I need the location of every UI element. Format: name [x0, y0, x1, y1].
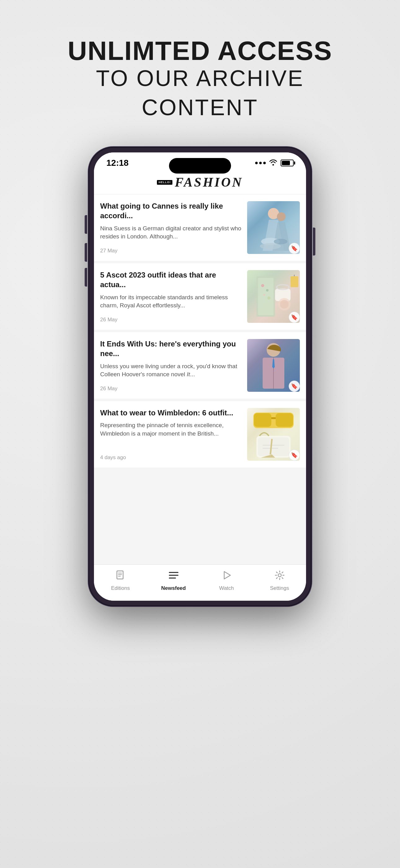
svg-point-1: [277, 212, 286, 221]
play-icon: [221, 570, 232, 583]
nav-label-editions: Editions: [111, 585, 130, 591]
article-date-2: 26 May: [100, 317, 242, 323]
article-excerpt-2: Known for its impeccable standards and t…: [100, 293, 242, 313]
status-icons: [255, 159, 294, 167]
articles-feed: What going to Cannes is really like acco…: [94, 194, 306, 564]
svg-point-8: [266, 289, 269, 291]
bookmark-button-3[interactable]: 🔖: [289, 381, 300, 392]
nav-item-settings[interactable]: Settings: [264, 570, 295, 591]
svg-point-7: [261, 284, 264, 287]
article-excerpt: Nina Suess is a German digital creator a…: [100, 224, 242, 244]
svg-rect-25: [271, 417, 276, 419]
signal-dots: [255, 162, 266, 164]
svg-rect-6: [258, 278, 273, 315]
headline-line3: CONTENT: [68, 93, 332, 122]
nav-item-watch[interactable]: Watch: [211, 570, 242, 591]
bottom-nav: Editions Newsfeed: [94, 564, 306, 601]
headline-line1: UNLIMTED ACCESS: [68, 37, 332, 64]
book-icon: [115, 570, 126, 583]
app-logo: HELLO! FASHION: [157, 175, 243, 190]
bookmark-button-1[interactable]: 🔖: [289, 243, 300, 254]
article-title-2: 5 Ascot 2023 outfit ideas that are actua…: [100, 270, 242, 289]
svg-point-14: [280, 300, 289, 309]
phone-frame: 12:18: [88, 147, 312, 606]
battery-icon: [280, 160, 294, 166]
svg-rect-27: [258, 437, 289, 456]
nav-label-newsfeed: Newsfeed: [161, 585, 186, 591]
article-excerpt-3: Unless you were living under a rock, you…: [100, 362, 242, 381]
article-card-ascot[interactable]: 5 Ascot 2023 outfit ideas that are actua…: [94, 263, 306, 330]
article-text-2: 5 Ascot 2023 outfit ideas that are actua…: [100, 270, 242, 323]
article-card-movie[interactable]: It Ends With Us: here's everything you n…: [94, 332, 306, 399]
bookmark-icon-2: 🔖: [291, 314, 298, 321]
bookmark-button-2[interactable]: 🔖: [289, 312, 300, 323]
article-date: 27 May: [100, 248, 242, 254]
phone-mockup: 12:18: [88, 147, 312, 606]
nav-label-settings: Settings: [270, 585, 289, 591]
nav-item-editions[interactable]: Editions: [105, 570, 136, 591]
bookmark-icon-3: 🔖: [291, 383, 298, 390]
nav-item-newsfeed[interactable]: Newsfeed: [158, 570, 189, 591]
wifi-icon: [269, 159, 277, 167]
article-date-4: 4 days ago: [100, 455, 242, 461]
article-title: What going to Cannes is really like acco…: [100, 201, 242, 220]
article-text: What going to Cannes is really like acco…: [100, 201, 242, 254]
app-header: HELLO! FASHION: [94, 170, 306, 194]
status-time: 12:18: [106, 158, 129, 168]
hello-badge: HELLO!: [157, 180, 172, 185]
nav-label-watch: Watch: [219, 585, 234, 591]
article-card-cannes[interactable]: What going to Cannes is really like acco…: [94, 194, 306, 261]
article-card-wimbledon[interactable]: What to wear to Wimbledon: 6 outfit... R…: [94, 401, 306, 468]
bookmark-icon-4: 🔖: [291, 452, 298, 459]
svg-point-39: [278, 574, 281, 577]
svg-rect-23: [254, 413, 271, 427]
article-text-3: It Ends With Us: here's everything you n…: [100, 339, 242, 392]
headline-section: UNLIMTED ACCESS TO OUR ARCHIVE CONTENT: [68, 37, 332, 122]
article-title-3: It Ends With Us: here's everything you n…: [100, 339, 242, 358]
dynamic-island: [169, 158, 231, 174]
article-title-4: What to wear to Wimbledon: 6 outfit...: [100, 408, 242, 417]
headline-line2: TO OUR ARCHIVE: [68, 64, 332, 93]
phone-screen: 12:18: [94, 152, 306, 601]
svg-point-9: [263, 294, 265, 296]
fashion-text: FASHION: [175, 175, 243, 190]
gear-icon: [274, 570, 285, 583]
bookmark-button-4[interactable]: 🔖: [289, 450, 300, 461]
svg-marker-38: [224, 571, 230, 579]
svg-point-10: [267, 297, 270, 300]
article-excerpt-4: Representing the pinnacle of tennis exce…: [100, 421, 242, 450]
article-text-4: What to wear to Wimbledon: 6 outfit... R…: [100, 408, 242, 461]
menu-icon: [168, 570, 179, 583]
bookmark-icon-1: 🔖: [291, 245, 298, 252]
svg-point-4: [274, 239, 288, 244]
svg-rect-15: [291, 276, 298, 287]
article-date-3: 26 May: [100, 385, 242, 392]
svg-rect-24: [276, 413, 293, 427]
